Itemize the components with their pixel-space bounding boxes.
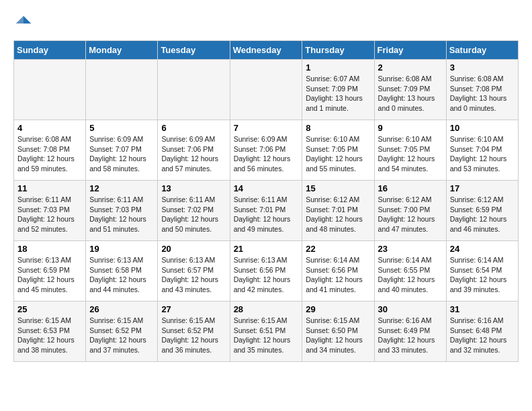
calendar-day-cell: 16Sunrise: 6:12 AM Sunset: 7:00 PM Dayli… (374, 181, 446, 241)
day-number: 1 (306, 62, 370, 73)
day-info: Sunrise: 6:10 AM Sunset: 7:04 PM Dayligh… (450, 134, 515, 174)
calendar-day-cell: 21Sunrise: 6:13 AM Sunset: 6:56 PM Dayli… (230, 241, 302, 302)
day-number: 27 (161, 304, 226, 314)
day-info: Sunrise: 6:15 AM Sunset: 6:53 PM Dayligh… (17, 316, 82, 355)
calendar-day-cell: 19Sunrise: 6:13 AM Sunset: 6:58 PM Dayli… (86, 241, 158, 302)
day-info: Sunrise: 6:12 AM Sunset: 7:01 PM Dayligh… (306, 195, 370, 234)
day-info: Sunrise: 6:11 AM Sunset: 7:01 PM Dayligh… (234, 195, 299, 234)
day-info: Sunrise: 6:16 AM Sunset: 6:49 PM Dayligh… (378, 316, 443, 355)
calendar-day-cell: 25Sunrise: 6:15 AM Sunset: 6:53 PM Dayli… (14, 302, 86, 362)
day-info: Sunrise: 6:09 AM Sunset: 7:06 PM Dayligh… (234, 134, 299, 174)
day-info: Sunrise: 6:14 AM Sunset: 6:56 PM Dayligh… (306, 255, 370, 295)
day-number: 17 (450, 183, 515, 193)
logo (13, 13, 36, 34)
calendar-day-cell: 12Sunrise: 6:11 AM Sunset: 7:03 PM Dayli… (86, 181, 158, 241)
calendar-day-cell (230, 60, 302, 120)
calendar-day-cell: 31Sunrise: 6:16 AM Sunset: 6:48 PM Dayli… (446, 302, 518, 362)
svg-marker-1 (16, 16, 24, 24)
day-number: 14 (234, 183, 299, 193)
calendar-day-cell: 7Sunrise: 6:09 AM Sunset: 7:06 PM Daylig… (230, 120, 302, 181)
calendar-day-cell: 30Sunrise: 6:16 AM Sunset: 6:49 PM Dayli… (374, 302, 446, 362)
calendar-day-cell: 20Sunrise: 6:13 AM Sunset: 6:57 PM Dayli… (158, 241, 230, 302)
day-info: Sunrise: 6:12 AM Sunset: 7:00 PM Dayligh… (378, 195, 443, 234)
day-number: 2 (378, 62, 443, 73)
day-number: 15 (306, 183, 370, 193)
calendar-day-cell: 15Sunrise: 6:12 AM Sunset: 7:01 PM Dayli… (302, 181, 374, 241)
day-info: Sunrise: 6:15 AM Sunset: 6:51 PM Dayligh… (234, 316, 299, 355)
calendar-day-cell: 26Sunrise: 6:15 AM Sunset: 6:52 PM Dayli… (86, 302, 158, 362)
day-info: Sunrise: 6:13 AM Sunset: 6:56 PM Dayligh… (234, 255, 299, 295)
calendar-day-cell: 27Sunrise: 6:15 AM Sunset: 6:52 PM Dayli… (158, 302, 230, 362)
day-number: 29 (306, 304, 370, 314)
calendar-day-cell: 8Sunrise: 6:10 AM Sunset: 7:05 PM Daylig… (302, 120, 374, 181)
weekday-header: Friday (374, 41, 446, 60)
day-number: 28 (234, 304, 299, 314)
day-info: Sunrise: 6:08 AM Sunset: 7:09 PM Dayligh… (378, 74, 443, 113)
calendar-day-cell: 9Sunrise: 6:10 AM Sunset: 7:05 PM Daylig… (374, 120, 446, 181)
day-info: Sunrise: 6:11 AM Sunset: 7:03 PM Dayligh… (17, 195, 82, 234)
logo-icon (13, 13, 34, 34)
weekday-header: Tuesday (158, 41, 230, 60)
day-info: Sunrise: 6:07 AM Sunset: 7:09 PM Dayligh… (306, 74, 370, 113)
day-info: Sunrise: 6:13 AM Sunset: 6:57 PM Dayligh… (161, 255, 226, 295)
day-info: Sunrise: 6:09 AM Sunset: 7:07 PM Dayligh… (89, 134, 154, 174)
day-info: Sunrise: 6:15 AM Sunset: 6:50 PM Dayligh… (306, 316, 370, 355)
calendar-day-cell: 6Sunrise: 6:09 AM Sunset: 7:06 PM Daylig… (158, 120, 230, 181)
calendar-table: SundayMondayTuesdayWednesdayThursdayFrid… (13, 40, 519, 362)
day-number: 26 (89, 304, 154, 314)
calendar-day-cell: 11Sunrise: 6:11 AM Sunset: 7:03 PM Dayli… (14, 181, 86, 241)
day-number: 22 (306, 244, 370, 254)
day-info: Sunrise: 6:08 AM Sunset: 7:08 PM Dayligh… (450, 74, 515, 113)
day-number: 12 (89, 183, 154, 193)
svg-marker-0 (24, 16, 31, 24)
calendar-day-cell: 24Sunrise: 6:14 AM Sunset: 6:54 PM Dayli… (446, 241, 518, 302)
calendar-body: 1Sunrise: 6:07 AM Sunset: 7:09 PM Daylig… (14, 60, 519, 362)
weekday-header: Saturday (446, 41, 518, 60)
page-header (13, 13, 519, 34)
calendar-day-cell: 14Sunrise: 6:11 AM Sunset: 7:01 PM Dayli… (230, 181, 302, 241)
day-number: 31 (450, 304, 515, 314)
day-info: Sunrise: 6:16 AM Sunset: 6:48 PM Dayligh… (450, 316, 515, 355)
day-info: Sunrise: 6:15 AM Sunset: 6:52 PM Dayligh… (161, 316, 226, 355)
day-number: 19 (89, 244, 154, 254)
day-info: Sunrise: 6:13 AM Sunset: 6:59 PM Dayligh… (17, 255, 82, 295)
day-info: Sunrise: 6:15 AM Sunset: 6:52 PM Dayligh… (89, 316, 154, 355)
day-number: 16 (378, 183, 443, 193)
calendar-day-cell: 3Sunrise: 6:08 AM Sunset: 7:08 PM Daylig… (446, 60, 518, 120)
day-number: 4 (17, 123, 82, 133)
day-number: 23 (378, 244, 443, 254)
day-info: Sunrise: 6:12 AM Sunset: 6:59 PM Dayligh… (450, 195, 515, 234)
weekday-header: Thursday (302, 41, 374, 60)
calendar-week-row: 11Sunrise: 6:11 AM Sunset: 7:03 PM Dayli… (14, 181, 519, 241)
day-number: 24 (450, 244, 515, 254)
day-info: Sunrise: 6:13 AM Sunset: 6:58 PM Dayligh… (89, 255, 154, 295)
day-number: 11 (17, 183, 82, 193)
calendar-header: SundayMondayTuesdayWednesdayThursdayFrid… (14, 41, 519, 60)
calendar-week-row: 1Sunrise: 6:07 AM Sunset: 7:09 PM Daylig… (14, 60, 519, 120)
day-number: 20 (161, 244, 226, 254)
calendar-day-cell (14, 60, 86, 120)
day-info: Sunrise: 6:08 AM Sunset: 7:08 PM Dayligh… (17, 134, 82, 174)
calendar-day-cell: 5Sunrise: 6:09 AM Sunset: 7:07 PM Daylig… (86, 120, 158, 181)
day-info: Sunrise: 6:10 AM Sunset: 7:05 PM Dayligh… (378, 134, 443, 174)
day-number: 10 (450, 123, 515, 133)
day-info: Sunrise: 6:14 AM Sunset: 6:55 PM Dayligh… (378, 255, 443, 295)
calendar-day-cell: 4Sunrise: 6:08 AM Sunset: 7:08 PM Daylig… (14, 120, 86, 181)
calendar-week-row: 25Sunrise: 6:15 AM Sunset: 6:53 PM Dayli… (14, 302, 519, 362)
calendar-day-cell: 22Sunrise: 6:14 AM Sunset: 6:56 PM Dayli… (302, 241, 374, 302)
day-number: 8 (306, 123, 370, 133)
calendar-day-cell: 13Sunrise: 6:11 AM Sunset: 7:02 PM Dayli… (158, 181, 230, 241)
calendar-day-cell (86, 60, 158, 120)
calendar-day-cell (158, 60, 230, 120)
day-info: Sunrise: 6:10 AM Sunset: 7:05 PM Dayligh… (306, 134, 370, 174)
calendar-day-cell: 2Sunrise: 6:08 AM Sunset: 7:09 PM Daylig… (374, 60, 446, 120)
day-number: 25 (17, 304, 82, 314)
day-number: 13 (161, 183, 226, 193)
day-info: Sunrise: 6:09 AM Sunset: 7:06 PM Dayligh… (161, 134, 226, 174)
calendar-day-cell: 29Sunrise: 6:15 AM Sunset: 6:50 PM Dayli… (302, 302, 374, 362)
header-row: SundayMondayTuesdayWednesdayThursdayFrid… (14, 41, 519, 60)
day-info: Sunrise: 6:11 AM Sunset: 7:03 PM Dayligh… (89, 195, 154, 234)
calendar-day-cell: 18Sunrise: 6:13 AM Sunset: 6:59 PM Dayli… (14, 241, 86, 302)
calendar-day-cell: 23Sunrise: 6:14 AM Sunset: 6:55 PM Dayli… (374, 241, 446, 302)
weekday-header: Monday (86, 41, 158, 60)
